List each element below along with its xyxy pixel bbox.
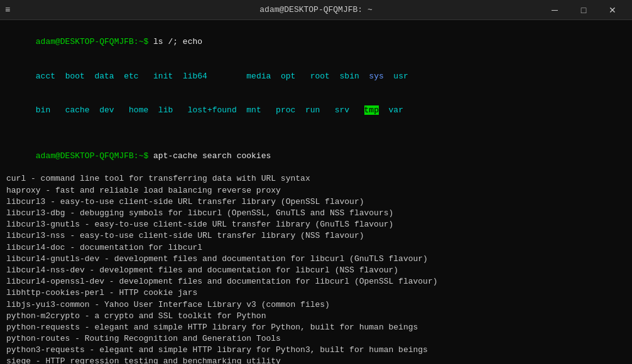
dir-srv: srv <box>335 105 364 115</box>
output-libcurl3-dbg: libcurl3-dbg - debugging symbols for lib… <box>6 208 626 219</box>
output-libhttp-cookies: libhttp-cookies-perl - HTTP cookie jars <box>6 287 626 299</box>
dir-cache: cache <box>65 105 100 115</box>
title-bar: ≡ adam@DESKTOP-QFQMJFB: ~ ─ □ ✕ <box>0 0 632 20</box>
output-libcurl3-nss: libcurl3-nss - easy-to-use client-side U… <box>6 230 626 242</box>
dir-var: var <box>379 105 403 115</box>
command-text: ls /; echo <box>153 37 202 46</box>
window-controls: ─ □ ✕ <box>540 0 627 20</box>
output-haproxy: haproxy - fast and reliable load balanci… <box>6 185 626 196</box>
output-libcurl4-gnutls-dev: libcurl4-gnutls-dev - development files … <box>6 254 626 265</box>
hamburger-icon[interactable]: ≡ <box>5 5 10 15</box>
dir-root: root <box>310 72 340 81</box>
prompt-text-2: adam@DESKTOP-QFQMJFB:~$ <box>36 151 153 161</box>
terminal-window: ≡ adam@DESKTOP-QFQMJFB: ~ ─ □ ✕ adam@DES… <box>0 0 632 364</box>
dir-tmp: tmp <box>364 105 379 115</box>
dir-opt: opt <box>281 72 310 81</box>
dir-proc: proc <box>276 105 305 115</box>
terminal-line: adam@DESKTOP-QFQMJFB:~$ ls /; echo <box>6 25 626 60</box>
dir-sbin: sbin <box>340 72 369 81</box>
output-python-routes: python-routes - Routing Recognition and … <box>6 333 626 345</box>
dir-etc: etc <box>124 72 153 81</box>
dir-home: home <box>129 105 158 115</box>
output-curl: curl - command line tool for transferrin… <box>6 173 626 185</box>
title-bar-left: ≡ <box>5 5 10 15</box>
output-libcurl4-openssl-dev: libcurl4-openssl-dev - development files… <box>6 276 626 287</box>
dir-lib64: lib64 <box>183 72 246 81</box>
ls-output-row1: acct boot data etc init lib64 media opt … <box>6 60 626 94</box>
dir-dev: dev <box>99 105 129 115</box>
output-libcurl4-nss-dev: libcurl4-nss-dev - development files and… <box>6 265 626 276</box>
dir-sys: sys <box>369 72 393 81</box>
output-siege: siege - HTTP regression testing and benc… <box>6 356 626 364</box>
dir-lostfound: lost+found <box>188 105 247 115</box>
dir-media: media <box>246 72 281 81</box>
dir-boot: boot <box>65 72 95 81</box>
prompt-text: adam@DESKTOP-QFQMJFB:~$ <box>36 37 153 46</box>
output-python3-requests: python3-requests - elegant and simple HT… <box>6 345 626 356</box>
output-libjs-yui3: libjs-yui3-common - Yahoo User Interface… <box>6 299 626 311</box>
output-python-m2crypto: python-m2crypto - a crypto and SSL toolk… <box>6 311 626 322</box>
output-libcurl3-gnutls: libcurl3-gnutls - easy-to-use client-sid… <box>6 219 626 230</box>
dir-lib: lib <box>158 105 188 115</box>
dir-data: data <box>94 72 124 81</box>
dir-mnt: mnt <box>246 105 276 115</box>
dir-init: init <box>153 72 183 81</box>
restore-button[interactable]: □ <box>569 0 598 20</box>
output-libcurl3: libcurl3 - easy-to-use client-side URL t… <box>6 196 626 208</box>
dir-run: run <box>305 105 335 115</box>
dir-acct: acct <box>36 72 65 81</box>
terminal-body[interactable]: adam@DESKTOP-QFQMJFB:~$ ls /; echo acct … <box>0 20 632 364</box>
dir-usr: usr <box>393 72 408 81</box>
close-button[interactable]: ✕ <box>598 0 627 20</box>
apt-cache-command: adam@DESKTOP-QFQMJFB:~$ apt-cache search… <box>6 139 626 174</box>
dir-bin: bin <box>36 105 65 115</box>
apt-cache-cmd-text: apt-cache search cookies <box>153 151 271 161</box>
window-title: adam@DESKTOP-QFQMJFB: ~ <box>259 5 372 14</box>
output-python-requests: python-requests - elegant and simple HTT… <box>6 322 626 333</box>
blank-line <box>6 128 626 139</box>
ls-output-row2: bin cache dev home lib lost+found mnt pr… <box>6 94 626 128</box>
output-libcurl4-doc: libcurl4-doc - documentation for libcurl <box>6 242 626 254</box>
minimize-button[interactable]: ─ <box>540 0 569 20</box>
